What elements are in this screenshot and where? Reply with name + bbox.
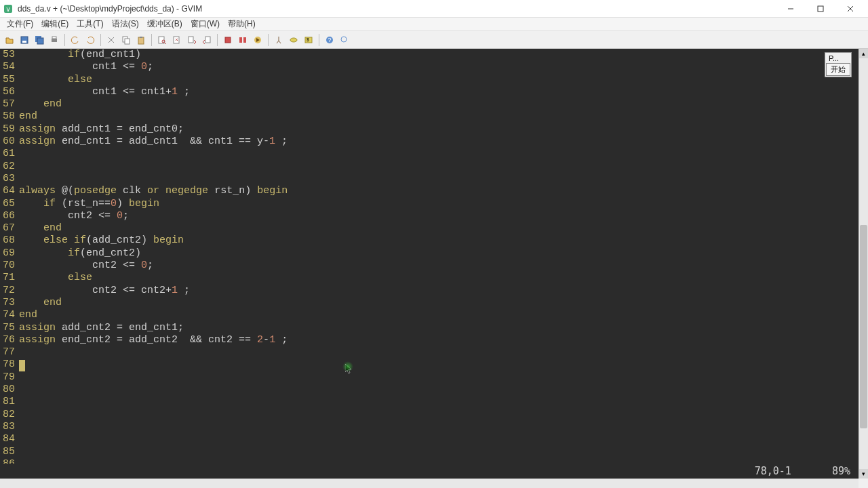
code-line[interactable] — [19, 446, 859, 458]
redo-icon[interactable] — [83, 33, 97, 47]
close-button[interactable] — [835, 0, 865, 18]
scroll-up-arrow[interactable]: ▴ — [859, 49, 868, 58]
replace-icon[interactable] — [170, 33, 184, 47]
code-line[interactable]: if(end_cnt2) — [19, 247, 859, 260]
code-line[interactable]: end — [19, 110, 859, 123]
minimize-button[interactable] — [776, 0, 806, 18]
svg-rect-9 — [37, 38, 43, 44]
svg-point-28 — [290, 38, 297, 42]
svg-rect-23 — [205, 37, 210, 43]
code-line[interactable] — [19, 384, 859, 396]
toolbar: $? — [0, 31, 868, 49]
menu-syntax[interactable]: 语法(S) — [108, 17, 143, 31]
code-line[interactable] — [19, 148, 859, 160]
code-line[interactable]: assign end_cnt1 = add_cnt1 && cnt1 == y-… — [19, 136, 859, 148]
svg-rect-17 — [140, 37, 142, 38]
code-line[interactable]: cnt2 <= cnt2+1 ; — [19, 285, 859, 297]
status-bar: 78,0-1 89% — [0, 464, 859, 479]
code-line[interactable]: else — [19, 272, 859, 284]
code-line[interactable]: assign add_cnt1 = end_cnt0; — [19, 123, 859, 136]
float-row-label: P... — [826, 54, 850, 63]
code-line[interactable]: cnt1 <= 0; — [19, 61, 859, 73]
scroll-thumb[interactable] — [860, 225, 867, 428]
code-line[interactable] — [19, 359, 859, 371]
cursor-position: 78,0-1 — [755, 465, 791, 477]
taglist-icon[interactable] — [236, 33, 250, 47]
menu-edit[interactable]: 编辑(E) — [37, 17, 73, 31]
search-help-icon[interactable] — [338, 33, 351, 47]
code-line[interactable] — [19, 433, 859, 445]
toolbar-separator — [268, 34, 269, 46]
toolbar-separator — [100, 34, 101, 46]
menu-buffers[interactable]: 缓冲区(B) — [143, 17, 186, 31]
code-line[interactable]: cnt2 <= 0; — [19, 210, 859, 222]
open-icon[interactable] — [3, 33, 16, 47]
svg-text:?: ? — [328, 37, 331, 43]
float-panel[interactable]: P... 开始 — [825, 52, 852, 77]
code-line[interactable]: assign add_cnt2 = end_cnt1; — [19, 322, 859, 334]
menu-file[interactable]: 文件(F) — [3, 17, 37, 31]
code-line[interactable] — [19, 161, 859, 173]
shell-icon[interactable]: $ — [302, 33, 315, 47]
text-cursor — [19, 360, 25, 371]
save-all-icon[interactable] — [33, 33, 46, 47]
code-line[interactable]: always @(posedge clk or negedge rst_n) b… — [19, 185, 859, 197]
toolbar-separator — [319, 34, 319, 46]
cut-icon[interactable] — [104, 33, 118, 47]
code-line[interactable]: if (rst_n==0) begin — [19, 198, 859, 210]
undo-icon[interactable] — [68, 33, 82, 47]
code-line[interactable]: cnt2 <= 0; — [19, 260, 859, 272]
find-next-icon[interactable] — [185, 33, 199, 47]
svg-rect-10 — [52, 39, 57, 42]
maximize-button[interactable] — [806, 0, 835, 18]
scroll-percent: 89% — [832, 465, 850, 477]
menu-window[interactable]: 窗口(W) — [186, 17, 224, 31]
code-line[interactable] — [19, 396, 859, 408]
editor-area[interactable]: 5354555657585960616263646566676869707172… — [0, 49, 859, 479]
svg-rect-16 — [138, 37, 144, 44]
float-start-button[interactable]: 开始 — [826, 63, 850, 76]
code-content[interactable]: if(end_cnt1) cnt1 <= 0; else cnt1 <= cnt… — [19, 49, 859, 464]
run-icon[interactable] — [251, 33, 264, 47]
code-line[interactable]: end — [19, 297, 859, 309]
toolbar-separator — [64, 34, 65, 46]
svg-rect-7 — [22, 41, 26, 43]
help-icon[interactable]: ? — [323, 33, 336, 47]
code-line[interactable]: else if(add_cnt2) begin — [19, 235, 859, 247]
menu-help[interactable]: 帮助(H) — [224, 17, 260, 31]
code-line[interactable]: end — [19, 98, 859, 110]
code-line[interactable]: assign end_cnt2 = add_cnt2 && cnt2 == 2-… — [19, 334, 859, 346]
line-number-gutter: 5354555657585960616263646566676869707172… — [0, 49, 19, 464]
code-line[interactable] — [19, 346, 859, 359]
svg-rect-22 — [189, 37, 193, 43]
find-prev-icon[interactable] — [200, 33, 214, 47]
script-icon[interactable] — [287, 33, 300, 47]
paste-icon[interactable] — [134, 33, 148, 47]
print-icon[interactable] — [47, 33, 61, 47]
save-icon[interactable] — [18, 33, 31, 47]
code-line[interactable]: cnt1 <= cnt1+1 ; — [19, 86, 859, 98]
help-tag-icon[interactable] — [272, 33, 285, 47]
code-line[interactable] — [19, 371, 859, 384]
code-line[interactable]: if(end_cnt1) — [19, 49, 859, 61]
horizontal-scrollbar[interactable] — [0, 479, 859, 488]
code-line[interactable] — [19, 409, 859, 421]
menu-tools[interactable]: 工具(T) — [73, 17, 107, 31]
vertical-scrollbar[interactable]: ▴ ▾ — [859, 49, 868, 479]
menu-bar: 文件(F) 编辑(E) 工具(T) 语法(S) 缓冲区(B) 窗口(W) 帮助(… — [0, 18, 868, 31]
toolbar-separator — [217, 34, 218, 46]
code-line[interactable] — [19, 421, 859, 433]
code-line[interactable]: end — [19, 222, 859, 235]
code-line[interactable] — [19, 173, 859, 185]
code-line[interactable]: end — [19, 309, 859, 321]
scroll-down-arrow[interactable]: ▾ — [859, 469, 868, 479]
app-icon: v — [3, 3, 14, 14]
svg-rect-15 — [125, 39, 130, 44]
copy-icon[interactable] — [119, 33, 133, 47]
svg-rect-3 — [818, 6, 823, 12]
svg-rect-11 — [52, 37, 56, 39]
tag-icon[interactable] — [221, 33, 235, 47]
svg-rect-24 — [225, 37, 231, 43]
find-icon[interactable] — [155, 33, 169, 47]
code-line[interactable]: else — [19, 74, 859, 86]
